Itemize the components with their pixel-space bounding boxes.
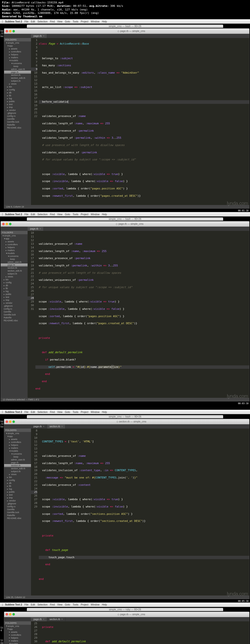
terminal-title: simple_cms — bash — 80×26 [27, 24, 223, 28]
watermark: lynda.com [227, 200, 248, 206]
menu-find[interactable]: Find [50, 20, 55, 23]
menu-tools[interactable]: Tools [72, 20, 78, 23]
menubar[interactable]:  Sublime Text 2 FileEditSelectionFindVi… [0, 212, 250, 216]
menu-file[interactable]: File [24, 20, 28, 23]
timecode: 00:03:10 [0, 402, 250, 405]
window-title: ◇ page.rb — simple_cms [15, 30, 248, 32]
tab-section[interactable]: section.rb× [47, 617, 65, 621]
sidebar[interactable]: FOLDERS ▼simple_cms ▼app ▸assets ▸contro… [4, 38, 31, 205]
menu-project[interactable]: Project [81, 20, 88, 23]
close-icon[interactable]: × [43, 34, 44, 37]
menubar[interactable]:  Sublime Text 2 File Edit Selection Fin… [0, 19, 250, 24]
menubar[interactable]:  Sublime Text 2 FileEditSelectionFindVi… [0, 410, 250, 414]
watermark: lynda.com [227, 394, 248, 399]
zoom-icon[interactable] [13, 30, 15, 32]
app-name[interactable]: Sublime Text 2 [5, 20, 22, 23]
statusbar: Line 25, Column 12 [4, 596, 249, 599]
menubar[interactable]:  Sublime Text 2 FileEditSelectionFindVi… [0, 602, 250, 607]
terminal-title: simple_cms — ruby — 80×26 [27, 608, 223, 611]
menu-goto[interactable]: Goto [65, 20, 70, 23]
tab-page[interactable]: page.rb× [31, 424, 47, 428]
tab-page[interactable]: page.rb× [31, 34, 47, 38]
terminal-title: simple_cms — bash — 80×26 [27, 218, 223, 220]
sidebar-item-page[interactable]: page.rb [1, 264, 28, 266]
thumbnail-header: File: AtiveRecord callbacks-159159.mp4 S… [0, 0, 250, 19]
menu-view[interactable]: View [57, 20, 63, 23]
code-editor[interactable]: 12345678910111213141516171819202122 clas… [31, 38, 249, 205]
tab-page[interactable]: page.rb× [28, 227, 44, 231]
close-icon[interactable] [6, 30, 8, 32]
menu-window[interactable]: Window [91, 20, 100, 23]
tab-page[interactable]: page.rb× [31, 617, 47, 621]
sidebar-item-section[interactable]: section.rb [4, 464, 31, 467]
minimize-icon[interactable] [9, 30, 12, 32]
tab-section[interactable]: section.rb× [47, 424, 65, 428]
menu-edit[interactable]: Edit [31, 20, 35, 23]
watermark: lynda.com [227, 591, 248, 597]
code-editor[interactable]: 2526272829303132333435363738394041424344… [31, 621, 249, 644]
sidebar-header: FOLDERS [4, 38, 31, 42]
timecode: 00:01:10 [0, 209, 250, 212]
window-chrome: ◇ page.rb — simple_cms [4, 28, 249, 34]
traffic-lights[interactable] [6, 30, 15, 32]
statusbar: Line 9, Column 19 [4, 205, 249, 208]
menu-help[interactable]: Help [102, 20, 107, 23]
code-editor[interactable]: 1011121314151617181920212223242526272829… [28, 231, 249, 398]
code-editor[interactable]: 8910111213141516171819202122232425262728… [31, 428, 249, 596]
apple-icon[interactable]:  [2, 20, 3, 23]
sidebar-item-page[interactable]: page.rb [4, 71, 31, 74]
statusbar: 12 characters selected — Field 1 of 2 [1, 398, 249, 401]
menu-selection[interactable]: Selection [38, 20, 48, 23]
terminal-title: simple_cms — bash — 80×26 [27, 415, 223, 418]
timecode: 00:05:10 [0, 600, 250, 602]
